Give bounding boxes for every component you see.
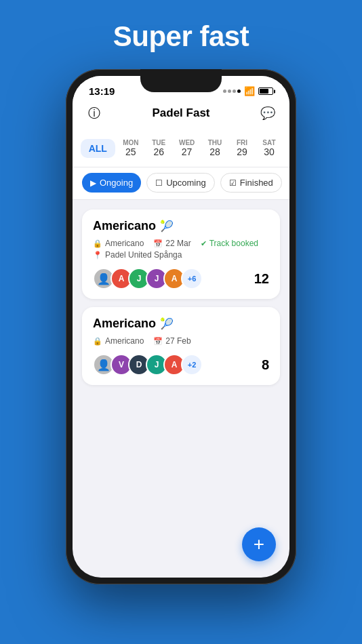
game2-emoji: 🎾 (160, 317, 174, 330)
square-icon: ☐ (155, 178, 163, 188)
game2-meta: 🔒 Americano 📅 27 Feb (93, 336, 269, 346)
game2-players-row: 👤 V D J A +2 8 (93, 354, 269, 376)
day-sat-label: SAT (262, 139, 275, 146)
content-area: Americano 🎾 🔒 Americano 📅 22 Mar (73, 200, 289, 395)
status-icons: 📶 (223, 86, 273, 96)
game1-player-count: 12 (254, 271, 269, 287)
tab-ongoing[interactable]: ▶ Ongoing (82, 173, 141, 193)
game-card-1: Americano 🎾 🔒 Americano 📅 22 Mar (82, 209, 280, 299)
app-header: ⓘ Padel Fast 💬 (73, 100, 289, 129)
game1-location: 📍 Padel United Spånga (93, 250, 182, 260)
battery-icon (258, 87, 273, 95)
game1-title-row: Americano 🎾 (93, 219, 269, 233)
day-thu-label: THU (208, 139, 222, 146)
tab-upcoming[interactable]: ☐ Upcoming (146, 173, 215, 193)
day-all-label: All (89, 143, 107, 154)
day-all-button[interactable]: All (81, 139, 115, 158)
calendar-icon-2: 📅 (153, 337, 163, 346)
game2-meta-row1: 🔒 Americano 📅 27 Feb (93, 336, 269, 346)
game2-avatars: 👤 V D J A +2 (93, 354, 203, 376)
game1-title: Americano (93, 219, 156, 233)
day-mon-label: MON (123, 139, 138, 146)
game1-type: 🔒 Americano (93, 239, 144, 248)
upcoming-label: Upcoming (166, 178, 206, 188)
game2-player-count: 8 (262, 357, 269, 373)
day-tue[interactable]: TUE 26 (146, 135, 171, 161)
game2-title-row: Americano 🎾 (93, 317, 269, 331)
day-fri-number: 29 (237, 146, 247, 157)
game1-track: ✔ Track booked (201, 239, 258, 248)
day-mon-number: 25 (125, 146, 136, 157)
game1-meta-row1: 🔒 Americano 📅 22 Mar ✔ Track booked (93, 239, 269, 248)
check-circle-icon: ✔ (201, 239, 207, 248)
chat-icon[interactable]: 💬 (258, 104, 277, 123)
day-mon[interactable]: MON 25 (118, 135, 144, 161)
tab-finished[interactable]: ☑ Finished (220, 173, 282, 193)
day-tue-label: TUE (152, 139, 165, 146)
ongoing-label: Ongoing (100, 178, 133, 188)
day-selector: All MON 25 TUE 26 WED 27 THU 28 FRI 29 (73, 129, 289, 167)
hero-title: Super fast (113, 20, 249, 53)
game1-emoji: 🎾 (160, 220, 174, 233)
day-wed[interactable]: WED 27 (174, 135, 200, 161)
game2-title: Americano (93, 317, 156, 331)
day-fri-label: FRI (237, 139, 247, 146)
game1-avatars: 👤 A J J A +6 (93, 268, 203, 289)
game1-players-row: 👤 A J J A +6 12 (93, 268, 269, 289)
day-tue-number: 26 (153, 146, 164, 157)
fab-button[interactable]: + (242, 527, 276, 561)
phone-frame: 13:19 📶 ⓘ Padel Fast 💬 (66, 69, 296, 584)
game2-extra-count: +2 (181, 354, 203, 376)
finished-label: Finished (240, 178, 273, 188)
app-title: Padel Fast (152, 106, 209, 120)
game1-date: 📅 22 Mar (153, 239, 190, 248)
day-wed-number: 27 (182, 146, 193, 157)
filter-tabs: ▶ Ongoing ☐ Upcoming ☑ Finished (73, 167, 289, 200)
fab-plus-icon: + (254, 535, 264, 554)
game1-meta: 🔒 Americano 📅 22 Mar ✔ Track booked (93, 239, 269, 260)
game1-extra-count: +6 (181, 268, 203, 289)
day-thu[interactable]: THU 28 (203, 135, 227, 161)
signal-icon (223, 89, 241, 93)
game-card-2: Americano 🎾 🔒 Americano 📅 27 Feb (82, 307, 280, 385)
phone-screen: 13:19 📶 ⓘ Padel Fast 💬 (73, 76, 289, 578)
game1-meta-row2: 📍 Padel United Spånga (93, 250, 269, 260)
notch (140, 69, 222, 92)
info-icon[interactable]: ⓘ (85, 104, 104, 123)
day-fri[interactable]: FRI 29 (230, 135, 254, 161)
lock-icon: 🔒 (93, 239, 102, 248)
lock-icon-2: 🔒 (93, 337, 102, 346)
calendar-icon: 📅 (153, 239, 163, 248)
play-icon: ▶ (90, 178, 96, 188)
check-icon: ☑ (229, 178, 237, 188)
location-icon: 📍 (93, 251, 102, 260)
status-time: 13:19 (89, 85, 115, 97)
day-sat-number: 30 (264, 146, 275, 157)
day-thu-number: 28 (209, 146, 220, 157)
wifi-icon: 📶 (244, 86, 255, 96)
day-sat[interactable]: SAT 30 (257, 135, 281, 161)
game2-date: 📅 27 Feb (153, 336, 190, 346)
day-wed-label: WED (179, 139, 195, 146)
game2-type: 🔒 Americano (93, 336, 144, 346)
